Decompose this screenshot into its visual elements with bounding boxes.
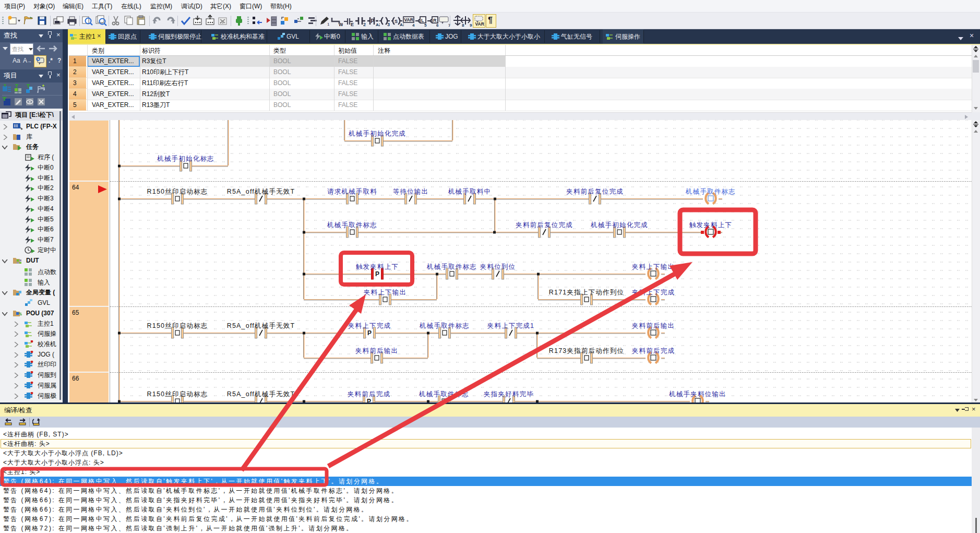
svg-text:夹料上下输出: 夹料上下输出: [364, 289, 407, 296]
svg-text:P: P: [367, 329, 372, 337]
svg-text:夹料上下完成1: 夹料上下完成1: [487, 322, 534, 329]
svg-text:S: S: [395, 19, 398, 24]
svg-text:P: P: [371, 18, 375, 24]
svg-text:R5A_off机械手无效T: R5A_off机械手无效T: [227, 390, 295, 398]
svg-text:R173夹指前后动作到位: R173夹指前后动作到位: [549, 347, 624, 354]
svg-text:机械手取件标志: 机械手取件标志: [419, 390, 469, 398]
svg-text:VAR: VAR: [475, 21, 484, 27]
svg-text:R171夹指上下动作到位: R171夹指上下动作到位: [549, 289, 624, 296]
svg-text:R5A_off机械手无效T: R5A_off机械手无效T: [227, 188, 295, 195]
svg-text:夹料前后输出: 夹料前后输出: [355, 347, 398, 354]
svg-text:机械手取料中: 机械手取料中: [448, 188, 491, 195]
svg-text:请求机械手取料: 请求机械手取料: [327, 188, 377, 195]
svg-text:触发夹料上下: 触发夹料上下: [689, 221, 732, 229]
svg-text:R: R: [433, 18, 437, 23]
svg-text:3: 3: [387, 22, 390, 27]
svg-text:夹料前后复位完成: 夹料前后复位完成: [516, 221, 573, 229]
svg-text:L: L: [421, 18, 424, 23]
svg-text:机械手取件标志: 机械手取件标志: [419, 322, 470, 329]
svg-text:R150丝印启动标志: R150丝印启动标志: [147, 188, 208, 195]
svg-text:等待位输出: 等待位输出: [393, 188, 429, 195]
svg-text:机械手取件标志: 机械手取件标志: [685, 188, 736, 195]
svg-text:机械手取件标志: 机械手取件标志: [327, 221, 377, 229]
svg-text:E: E: [351, 22, 354, 27]
svg-text:1: 1: [327, 22, 330, 27]
svg-text:机械手初始化标志: 机械手初始化标志: [157, 155, 214, 162]
svg-text:机械手取件标志: 机械手取件标志: [426, 263, 477, 270]
svg-text:夹料位到位: 夹料位到位: [480, 263, 516, 270]
svg-text:夹料上下输出: 夹料上下输出: [632, 263, 675, 270]
svg-text:夹料上下完成: 夹料上下完成: [632, 289, 675, 296]
svg-text:R150丝印启动标志: R150丝印启动标志: [147, 322, 208, 329]
svg-text:夹料前后完成: 夹料前后完成: [348, 390, 390, 398]
svg-text:夹指夹好料完毕: 夹指夹好料完毕: [484, 390, 534, 398]
svg-text:夹料前后输出: 夹料前后输出: [632, 322, 675, 329]
svg-text:夹料前后完成: 夹料前后完成: [632, 347, 675, 354]
svg-text:VAR: VAR: [404, 17, 413, 22]
svg-text:夹料上下完成: 夹料上下完成: [348, 322, 391, 329]
svg-text:机械手初始化完成: 机械手初始化完成: [590, 221, 648, 229]
svg-text:机械手夹料位输出: 机械手夹料位输出: [668, 390, 726, 398]
svg-text:R5A_off机械手无效T: R5A_off机械手无效T: [227, 322, 295, 329]
svg-text:P: P: [375, 270, 379, 278]
svg-text:R150丝印启动标志: R150丝印启动标志: [147, 390, 208, 398]
svg-text:夹料前后复位完成: 夹料前后复位完成: [566, 188, 624, 195]
svg-text:9: 9: [470, 23, 472, 27]
svg-text:机械手初始化完成: 机械手初始化完成: [348, 130, 406, 137]
svg-text:2: 2: [363, 22, 366, 27]
svg-text:触发夹料上下: 触发夹料上下: [356, 263, 399, 270]
